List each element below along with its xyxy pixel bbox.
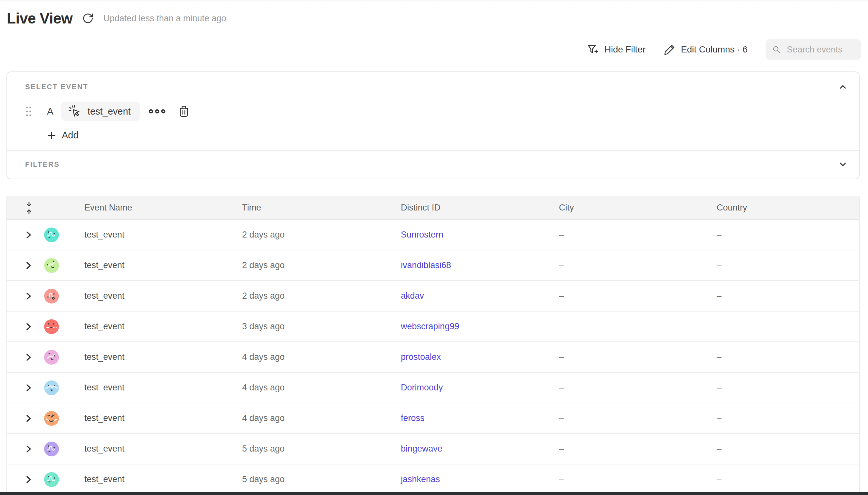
time-cell: 2 days ago <box>236 260 394 270</box>
avatar-cell <box>38 350 78 365</box>
events-table: Event Name Time Distinct ID City Country… <box>6 196 860 495</box>
time-cell: 2 days ago <box>236 291 394 301</box>
search-input[interactable] <box>787 45 854 55</box>
table-row: test_event 2 days ago Sunrostern – – <box>7 220 859 251</box>
table-row: test_event 3 days ago webscraping99 – – <box>7 311 859 342</box>
event-name-cell: test_event <box>78 444 236 454</box>
distinct-id-link[interactable]: bingewave <box>394 444 552 454</box>
table-header-row: Event Name Time Distinct ID City Country <box>7 196 859 220</box>
query-builder-card: SELECT EVENT A <box>6 71 860 179</box>
filters-label: FILTERS <box>25 160 60 169</box>
avatar-cell <box>38 380 78 395</box>
page-title: Live View <box>7 10 72 27</box>
time-cell: 5 days ago <box>236 444 394 454</box>
column-header-distinct-id[interactable]: Distinct ID <box>394 203 552 213</box>
distinct-id-link[interactable]: prostoalex <box>394 352 552 362</box>
expand-row-button[interactable] <box>25 322 33 331</box>
add-event-button[interactable]: Add <box>46 130 849 141</box>
avatar <box>44 258 59 273</box>
avatar <box>44 350 59 365</box>
avatar-cell <box>38 442 78 456</box>
search-box[interactable] <box>766 39 861 60</box>
updated-status: Updated less than a minute ago <box>103 14 226 23</box>
event-name-cell: test_event <box>78 474 236 484</box>
expand-row-button[interactable] <box>25 414 33 423</box>
city-cell: – <box>552 260 710 270</box>
chevron-right-icon <box>25 353 33 362</box>
time-cell: 2 days ago <box>236 230 394 240</box>
expand-row-button[interactable] <box>25 383 33 392</box>
collapse-select-event-button[interactable] <box>836 81 849 93</box>
delete-event-button[interactable] <box>178 105 190 118</box>
avatar <box>44 472 59 487</box>
toolbar: Hide Filter Edit Columns · 6 <box>586 39 861 60</box>
refresh-button[interactable] <box>82 12 94 25</box>
time-cell: 4 days ago <box>236 383 394 393</box>
cursor-click-icon <box>68 105 82 118</box>
distinct-id-link[interactable]: ivandiblasi68 <box>394 260 552 270</box>
search-icon <box>772 44 781 55</box>
event-options-button[interactable] <box>149 108 166 114</box>
chevron-right-icon <box>25 292 33 301</box>
event-name-cell: test_event <box>78 291 236 301</box>
expand-row-button[interactable] <box>25 475 33 484</box>
avatar <box>44 380 59 395</box>
distinct-id-link[interactable]: feross <box>394 413 552 423</box>
avatar <box>44 227 59 242</box>
trash-icon <box>178 105 190 118</box>
column-header-country[interactable]: Country <box>710 203 859 213</box>
filters-section: FILTERS <box>7 151 859 178</box>
table-row: test_event 4 days ago prostoalex – – <box>7 342 859 373</box>
table-row: test_event 2 days ago ivandiblasi68 – – <box>7 251 859 281</box>
drag-handle[interactable] <box>25 106 33 117</box>
collapse-all-button[interactable] <box>7 202 38 214</box>
event-select-button[interactable]: test_event <box>61 102 140 121</box>
table-row: test_event 5 days ago jashkenas – – <box>7 464 859 495</box>
chevron-right-icon <box>25 475 33 484</box>
city-cell: – <box>552 474 710 484</box>
page-header: Live View Updated less than a minute ago <box>7 10 226 27</box>
distinct-id-link[interactable]: Dorimoody <box>394 383 552 393</box>
avatar-cell <box>38 289 78 304</box>
event-name-cell: test_event <box>78 352 236 362</box>
edit-columns-label: Edit Columns · 6 <box>681 45 748 55</box>
expand-row-button[interactable] <box>25 231 33 239</box>
city-cell: – <box>552 352 710 362</box>
distinct-id-link[interactable]: Sunrostern <box>394 230 552 240</box>
event-name-cell: test_event <box>78 413 236 423</box>
more-options-icon <box>149 108 166 114</box>
city-cell: – <box>552 413 710 423</box>
chevron-right-icon <box>25 322 33 331</box>
expand-row-button[interactable] <box>25 261 33 270</box>
time-cell: 5 days ago <box>236 474 394 484</box>
table-row: test_event 2 days ago akdav – – <box>7 281 859 311</box>
column-header-event-name[interactable]: Event Name <box>78 203 236 213</box>
event-pill-label: test_event <box>88 106 131 117</box>
hide-filter-button[interactable]: Hide Filter <box>586 43 646 56</box>
drag-dots-icon <box>25 106 32 117</box>
table-row: test_event 4 days ago feross – – <box>7 403 859 434</box>
column-header-city[interactable]: City <box>552 203 710 213</box>
event-name-cell: test_event <box>78 322 236 331</box>
time-cell: 4 days ago <box>236 352 394 362</box>
expand-row-button[interactable] <box>25 353 33 362</box>
country-cell: – <box>710 230 859 240</box>
chevron-right-icon <box>25 383 33 392</box>
expand-row-button[interactable] <box>25 292 33 301</box>
add-event-label: Add <box>62 130 79 141</box>
column-header-time[interactable]: Time <box>236 203 394 213</box>
avatar <box>44 289 59 304</box>
distinct-id-link[interactable]: webscraping99 <box>394 322 552 331</box>
expand-filters-button[interactable] <box>836 158 849 171</box>
live-view-page: Live View Updated less than a minute ago… <box>0 0 868 495</box>
event-name-cell: test_event <box>78 383 236 393</box>
step-letter: A <box>47 106 53 117</box>
pencil-icon <box>664 44 676 56</box>
expand-row-button[interactable] <box>25 444 33 454</box>
distinct-id-link[interactable]: akdav <box>394 291 552 301</box>
edit-columns-button[interactable]: Edit Columns · 6 <box>664 44 748 56</box>
distinct-id-link[interactable]: jashkenas <box>394 474 552 484</box>
city-cell: – <box>552 230 710 240</box>
country-cell: – <box>710 413 859 423</box>
chevron-up-icon <box>838 82 848 92</box>
